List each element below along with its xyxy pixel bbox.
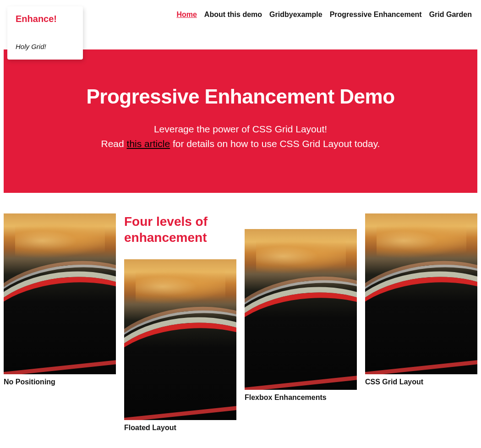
card-image xyxy=(245,229,357,390)
hero-line2-prefix: Read xyxy=(101,138,127,149)
nav-home[interactable]: Home xyxy=(176,11,197,19)
card-image xyxy=(124,259,236,420)
hero-banner: Progressive Enhancement Demo Leverage th… xyxy=(4,49,477,193)
section-intro: Four levels of enhancement xyxy=(124,213,236,246)
card-flexbox[interactable]: Flexbox Enhancements xyxy=(245,229,357,402)
enhance-callout: Enhance! Holy Grid! xyxy=(7,6,83,60)
hero-line2: Read this article for details on how to … xyxy=(17,137,464,151)
card-title: No Positioning xyxy=(4,378,116,386)
section-heading: Four levels of enhancement xyxy=(124,213,236,246)
card-image xyxy=(365,213,477,374)
card-css-grid[interactable]: CSS Grid Layout xyxy=(365,213,477,386)
nav-gridbyexample[interactable]: Gridbyexample xyxy=(269,11,322,19)
card-image xyxy=(4,213,116,374)
callout-subtitle: Holy Grid! xyxy=(16,43,75,50)
primary-nav: Home About this demo Gridbyexample Progr… xyxy=(176,11,472,19)
hero-title: Progressive Enhancement Demo xyxy=(17,85,464,108)
nav-about[interactable]: About this demo xyxy=(204,11,262,19)
card-title: CSS Grid Layout xyxy=(365,378,477,386)
card-no-positioning[interactable]: No Positioning xyxy=(4,213,116,386)
card-floated-layout[interactable]: Four levels of enhancement Floated Layou… xyxy=(124,213,236,432)
card-title: Floated Layout xyxy=(124,424,236,432)
hero-line1: Leverage the power of CSS Grid Layout! xyxy=(17,122,464,137)
callout-title: Enhance! xyxy=(16,14,75,24)
hero-article-link[interactable]: this article xyxy=(127,138,170,149)
hero-line2-suffix: for details on how to use CSS Grid Layou… xyxy=(170,138,380,149)
nav-progressive-enhancement[interactable]: Progressive Enhancement xyxy=(330,11,422,19)
nav-grid-garden[interactable]: Grid Garden xyxy=(429,11,472,19)
enhancement-cards: No Positioning Four levels of enhancemen… xyxy=(0,193,481,441)
card-title: Flexbox Enhancements xyxy=(245,393,357,402)
